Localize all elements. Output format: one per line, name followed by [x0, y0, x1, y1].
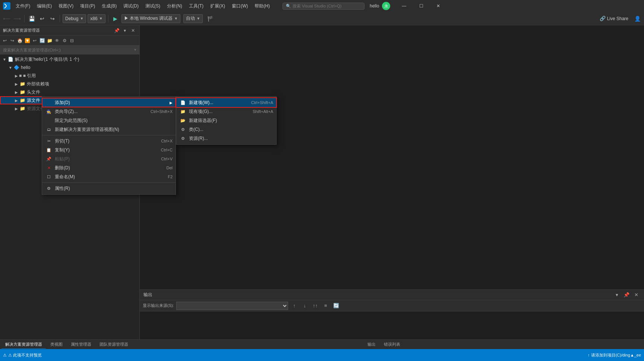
- output-btn-4[interactable]: ≡: [322, 302, 330, 310]
- panel-menu-button[interactable]: ▾: [121, 27, 128, 34]
- back-button[interactable]: ⟵: [2, 14, 11, 23]
- search-icon: 🔍: [286, 4, 291, 9]
- run-dropdown[interactable]: ▶ 本地 Windows 调试器 ▼: [121, 14, 181, 23]
- btab-solution-explorer[interactable]: 解决方案资源管理器: [1, 340, 46, 349]
- btab-class-view[interactable]: 类视图: [47, 340, 66, 349]
- toolbar-btn-refresh[interactable]: 🔄: [39, 37, 45, 44]
- toolbar-btn-split[interactable]: ⊟: [69, 37, 75, 44]
- menu-extensions[interactable]: 扩展(X): [207, 2, 228, 10]
- tree-project[interactable]: ▼ 🔷 hello: [0, 63, 139, 72]
- forward-button[interactable]: ⟶: [13, 14, 22, 23]
- btab-output[interactable]: 输出: [364, 340, 379, 349]
- cm-copy[interactable]: 📋 复制(Y) Ctrl+C: [42, 145, 176, 154]
- context-menu: 添加(D) ▶ 🧙 类向导(Z)... Ctrl+Shift+X 限定为此范围(…: [42, 96, 176, 195]
- cm-delete[interactable]: ✕ 删除(D) Del: [42, 163, 176, 172]
- status-right: ↑ 请添加到项目(C)/ding▲_ee: [588, 352, 641, 358]
- sub-resource-icon: ⚙: [179, 135, 187, 142]
- toolbar-btn-5[interactable]: ↩: [31, 37, 38, 44]
- panel-close-button[interactable]: ✕: [130, 27, 136, 34]
- output-btn-5[interactable]: 🔄: [332, 302, 340, 310]
- minimize-button[interactable]: —: [395, 0, 413, 12]
- output-btn-3[interactable]: ↑↑: [311, 302, 319, 310]
- cm-class-wizard[interactable]: 🧙 类向导(Z)... Ctrl+Shift+X: [42, 107, 176, 116]
- tree-external-deps[interactable]: ▶ 📁 外部依赖项: [0, 80, 139, 88]
- menu-view[interactable]: 视图(V): [56, 2, 76, 10]
- menu-project[interactable]: 项目(P): [77, 2, 98, 10]
- toolbar-btn-2[interactable]: ↪: [9, 37, 16, 44]
- sub-class[interactable]: ⚙ 类(C)...: [176, 125, 276, 134]
- toolbar-btn-home[interactable]: 🏠: [16, 37, 23, 44]
- window-controls: — ☐ ✕: [395, 0, 447, 12]
- debug-config-dropdown[interactable]: Debug ▼: [63, 14, 86, 23]
- ref-icon: ■ ■: [19, 73, 25, 79]
- toolbar-btn-collapse[interactable]: 📁: [46, 37, 53, 44]
- save-all-button[interactable]: 💾: [27, 14, 36, 23]
- menu-edit[interactable]: 编辑(E): [34, 2, 55, 10]
- run-button[interactable]: ▶: [111, 14, 120, 23]
- toolbar-btn-view[interactable]: 👁: [54, 37, 60, 44]
- auto-dropdown[interactable]: 自动 ▼: [183, 14, 203, 23]
- output-pin-btn[interactable]: 📌: [622, 291, 631, 299]
- tree-references[interactable]: ▶ ■ ■ 引用: [0, 72, 139, 80]
- cm-scope[interactable]: 限定为此范围(S): [42, 116, 176, 125]
- cm-properties-icon: ⚙: [45, 185, 53, 192]
- output-btn-1[interactable]: ↑: [290, 302, 299, 310]
- cm-cut[interactable]: ✂ 剪切(T) Ctrl+X: [42, 136, 176, 145]
- tree-solution[interactable]: ▼ 📄 解决方案'hello'(1 个项目/共 1 个): [0, 55, 139, 63]
- status-warning-icon: ⚠: [3, 353, 7, 358]
- output-menu-btn[interactable]: ▾: [613, 291, 621, 299]
- panel-toolbar: ↩ ↪ 🏠 🔽 ↩ 🔄 📁 👁 ⚙ ⊟: [0, 36, 139, 45]
- search-dropdown-icon[interactable]: ▾: [134, 47, 136, 52]
- menu-file[interactable]: 文件(F): [13, 2, 33, 10]
- menu-debug[interactable]: 调试(D): [120, 2, 142, 10]
- cm-new-view[interactable]: 🗂 新建解决方案资源管理器视图(N): [42, 125, 176, 134]
- menu-build[interactable]: 生成(B): [99, 2, 120, 10]
- flag-button[interactable]: 🏴: [206, 14, 215, 23]
- btab-property-manager[interactable]: 属性管理器: [67, 340, 95, 349]
- redo-button[interactable]: ↪: [48, 14, 57, 23]
- expand-arrow: ▶: [13, 81, 19, 87]
- menu-bar: 文件(F) 编辑(E) 视图(V) 项目(P) 生成(B) 调试(D) 测试(S…: [13, 2, 273, 10]
- maximize-button[interactable]: ☐: [413, 0, 430, 12]
- cm-rename[interactable]: ☐ 重命名(M) F2: [42, 172, 176, 181]
- sub-new-item-icon: 📄: [179, 99, 187, 106]
- pin-button[interactable]: 📌: [113, 27, 120, 34]
- output-btn-2[interactable]: ↓: [301, 302, 309, 310]
- output-close-btn[interactable]: ✕: [632, 291, 640, 299]
- bottom-tabs: 解决方案资源管理器 类视图 属性管理器 团队资源管理器 输出 错误列表: [0, 339, 644, 349]
- menu-tools[interactable]: 工具(T): [186, 2, 206, 10]
- sub-resource[interactable]: ⚙ 资源(R)...: [176, 134, 276, 143]
- cm-paste-icon: 📌: [45, 155, 53, 163]
- undo-button[interactable]: ↩: [38, 14, 47, 23]
- cm-cut-icon: ✂: [45, 137, 53, 145]
- vs-search-input[interactable]: [293, 4, 361, 8]
- sub-existing-item[interactable]: 📁 现有项(G)... Shift+Alt+A: [176, 107, 276, 116]
- solution-search-input[interactable]: [3, 48, 133, 52]
- toolbar-btn-1[interactable]: ↩: [1, 37, 8, 44]
- sub-new-item[interactable]: 📄 新建项(W)... Ctrl+Shift+A: [176, 98, 276, 107]
- cm-add-icon: [45, 99, 53, 106]
- signin-button[interactable]: 👤: [633, 14, 642, 23]
- tree-headers[interactable]: ▶ 📁 头文件: [0, 88, 139, 96]
- close-button[interactable]: ✕: [430, 0, 447, 12]
- menu-window[interactable]: 窗口(W): [229, 2, 251, 10]
- cm-sep1: [42, 135, 176, 135]
- user-avatar[interactable]: 永: [382, 2, 390, 10]
- toolbar-btn-filter[interactable]: 🔽: [24, 37, 31, 44]
- output-title: 输出: [143, 292, 152, 298]
- btab-error-list[interactable]: 错误列表: [380, 340, 404, 349]
- cm-add[interactable]: 添加(D) ▶: [42, 98, 176, 107]
- cm-paste[interactable]: 📌 粘贴(P) Ctrl+V: [42, 154, 176, 163]
- btab-team-explorer[interactable]: 团队资源管理器: [96, 340, 132, 349]
- window-title: hello: [370, 3, 379, 9]
- menu-analyze[interactable]: 分析(N): [164, 2, 185, 10]
- menu-test[interactable]: 测试(S): [142, 2, 163, 10]
- sub-new-filter[interactable]: 📂 新建筛选器(F): [176, 116, 276, 125]
- menu-help[interactable]: 帮助(H): [252, 2, 273, 10]
- toolbar-btn-settings[interactable]: ⚙: [61, 37, 68, 44]
- cm-properties[interactable]: ⚙ 属性(R): [42, 184, 176, 193]
- liveshare-button[interactable]: 🔗 Live Share: [597, 15, 631, 22]
- folder-icon: 📁: [19, 89, 25, 95]
- output-source-dropdown[interactable]: [176, 302, 288, 310]
- platform-dropdown[interactable]: x86 ▼: [88, 14, 105, 23]
